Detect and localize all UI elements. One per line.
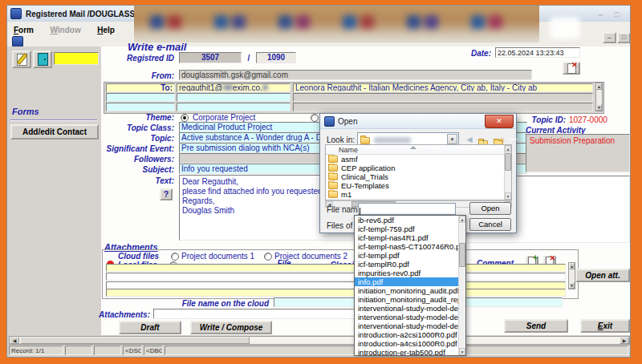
desktop-background: Registered Mail /DOUGLASS /ECTD Form Win… — [0, 0, 642, 364]
significant-event-label: Significant Event: — [71, 144, 174, 153]
folder-item[interactable]: Clinical_Trials — [326, 172, 504, 181]
attachments-scrollbar[interactable]: ▲ ▼ — [568, 262, 575, 289]
file-option[interactable]: icf-templ-759.pdf — [355, 224, 458, 233]
attachment-file-row1[interactable] — [106, 264, 372, 272]
write-compose-button[interactable]: Write / Compose — [190, 321, 272, 334]
attachment-comment-row2[interactable] — [450, 273, 566, 281]
recipient-row2-email[interactable] — [177, 93, 291, 102]
file-option[interactable]: icf-templ-nas4R1.pdf — [355, 233, 458, 242]
blurred-icon — [343, 15, 356, 29]
scroll-right-icon[interactable]: ▶ — [620, 337, 629, 344]
folder-item[interactable]: m1 — [326, 190, 504, 199]
draft-button[interactable]: Draft — [119, 321, 181, 334]
blurred-icon — [296, 15, 310, 29]
recipients-scrollbar[interactable]: ▲ ▼ — [595, 83, 603, 111]
text-help-button[interactable]: ? — [160, 188, 173, 200]
file-option[interactable]: initiation_monitoring_audit.pdf — [355, 286, 458, 295]
blurred-icon — [489, 15, 502, 29]
file-option[interactable]: icf-templ-nas5-CT100746R0.pdf — [355, 242, 458, 251]
chevron-down-icon[interactable]: ▼ — [447, 134, 457, 144]
folder-item[interactable]: CEP application — [326, 164, 504, 172]
send-button[interactable]: Send — [504, 319, 568, 333]
maximize-icon[interactable]: □ — [610, 9, 624, 19]
look-in-label: Look in: — [327, 135, 355, 144]
file-option[interactable]: interventional-study-model-description — [355, 304, 458, 313]
scrollbar-thumb[interactable] — [459, 243, 465, 267]
theme-radio-corporate-project[interactable] — [181, 114, 189, 122]
redacted-text — [223, 84, 233, 91]
theme-radio-corporate-entity[interactable] — [311, 114, 319, 122]
dialog-close-icon[interactable]: ✕ — [485, 115, 514, 128]
scroll-up-icon[interactable]: ▲ — [569, 263, 575, 269]
app-icon — [10, 8, 22, 19]
scroll-left-icon[interactable]: ◀ — [10, 337, 19, 344]
recipient-row3-name[interactable] — [293, 103, 593, 111]
recipient-row3-email[interactable] — [177, 103, 291, 111]
dropdown-scrollbar[interactable]: ▲ ▼ — [458, 216, 465, 355]
blurred-icon — [214, 15, 228, 29]
file-option[interactable]: interventional-study-model-description — [355, 322, 458, 330]
file-option[interactable]: introduction-a2csi1000R0.pdf — [355, 330, 458, 339]
attachment-selected-row[interactable] — [106, 289, 566, 297]
menu-help[interactable]: Help — [91, 23, 121, 34]
scroll-down-icon[interactable]: ▼ — [459, 348, 465, 355]
file-option[interactable]: icf-templR0.pdf — [355, 260, 458, 269]
date-field: 22.05.2024 13:23:43 — [495, 47, 580, 58]
scroll-down-icon[interactable]: ▼ — [569, 282, 575, 289]
name-column-header[interactable]: Name — [326, 145, 504, 155]
exit-button[interactable]: Exit — [580, 319, 630, 333]
scroll-up-icon[interactable]: ▲ — [596, 83, 602, 90]
theme-option1-label: Corporate Project — [193, 113, 289, 122]
current-activity-field: Submission Preparation — [526, 134, 630, 172]
file-name-input[interactable] — [358, 203, 456, 215]
scrollbar-thumb[interactable] — [505, 153, 511, 171]
file-option[interactable]: impurities-rev0.pdf — [355, 269, 458, 277]
mdi-restore-button[interactable]: □ — [617, 32, 631, 43]
file-option[interactable]: interventional-study-model-description — [355, 313, 458, 322]
exit-door-icon[interactable] — [33, 51, 52, 68]
menu-window[interactable]: Window — [43, 23, 87, 34]
menu-form[interactable]: Form — [7, 23, 40, 34]
blurred-icon — [168, 15, 181, 29]
mdi-minimize-button[interactable]: – — [603, 32, 616, 43]
scroll-up-icon[interactable]: ▲ — [459, 216, 465, 223]
minimize-icon[interactable]: – — [594, 9, 607, 19]
scrollbar-thumb[interactable] — [20, 337, 250, 344]
attachment-comment-row1[interactable] — [450, 264, 566, 272]
clear-recipient-icon[interactable]: ✕ — [563, 62, 580, 75]
dialog-open-button[interactable]: Open — [469, 202, 511, 215]
to-email-field[interactable]: reqauthit1@exim.co. — [177, 83, 291, 92]
edit-icon[interactable] — [12, 51, 31, 68]
attachment-file-row2[interactable] — [106, 273, 372, 281]
project-documents1-radio[interactable] — [171, 253, 179, 261]
file-option[interactable]: introduction-er-tab500.pdf — [355, 348, 458, 355]
file-option[interactable]: initiation_monitoring_audit_report.pdf — [355, 295, 458, 304]
back-icon[interactable]: ◄ — [465, 134, 474, 145]
mdi-window-icon[interactable] — [12, 36, 23, 47]
from-field[interactable]: douglassmith.gsk@gmail.com — [179, 70, 532, 80]
file-option[interactable]: info.pdf — [355, 277, 458, 286]
file-option[interactable]: introduction-a4csi1000R0.pdf — [355, 339, 458, 348]
recipient-row2-name[interactable] — [293, 93, 593, 102]
close-icon[interactable]: ✕ — [625, 9, 631, 19]
folder-name: CEP application — [341, 164, 395, 172]
file-option[interactable]: icf-templ.pdf — [355, 251, 458, 260]
folder-item[interactable]: EU-Templates — [326, 181, 504, 190]
dialog-cancel-button[interactable]: Cancel — [469, 218, 511, 231]
form-hscrollbar[interactable]: ◀ ▶ — [9, 336, 630, 345]
scroll-up-icon[interactable]: ▲ — [505, 145, 511, 152]
attachments-list-field[interactable] — [153, 309, 376, 319]
file-list-vscrollbar[interactable]: ▲ ▼ — [504, 145, 511, 200]
open-attachment-button[interactable]: Open att. — [575, 269, 630, 282]
folder-name: asmf — [341, 155, 358, 164]
scroll-down-icon[interactable]: ▼ — [505, 192, 511, 200]
add-edit-contact-button[interactable]: Add/edit Contact — [10, 124, 99, 140]
file-option[interactable]: ib-rev6.pdf — [355, 216, 458, 224]
file-name-cloud-label: File name on the cloud — [112, 299, 269, 308]
to-recipient-field[interactable]: Leonora Regauthit - Italian Medicines Ag… — [293, 83, 593, 92]
folder-name: Clinical_Trials — [341, 172, 388, 181]
folder-item[interactable]: asmf — [326, 155, 504, 164]
scroll-down-icon[interactable]: ▼ — [596, 104, 602, 111]
registred-id-right-field[interactable]: 1090 — [256, 52, 296, 63]
cloud-files-label: Cloud files — [118, 252, 168, 261]
